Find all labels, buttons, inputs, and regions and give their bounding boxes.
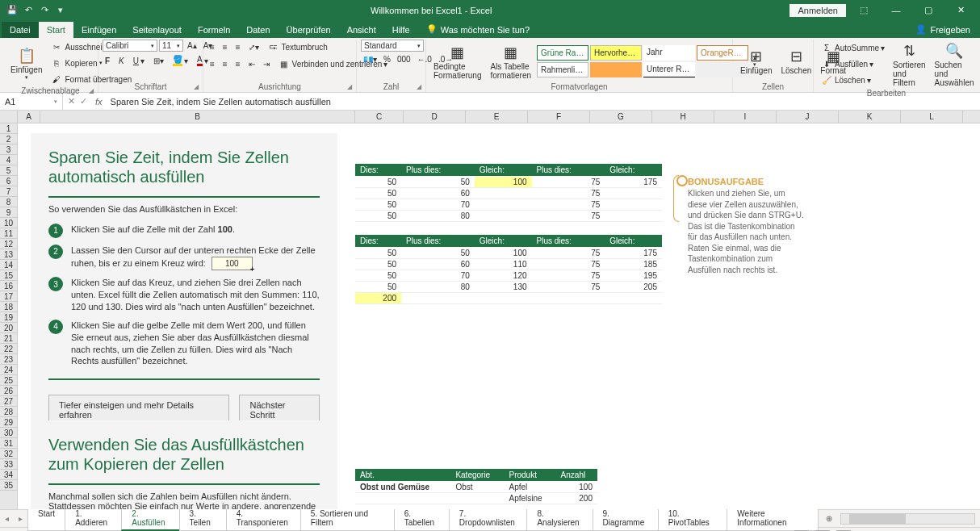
sheet-tab[interactable]: 4. Transponieren xyxy=(226,507,301,531)
signin-button[interactable]: Anmelden xyxy=(789,4,846,17)
insert-cells-button[interactable]: ⊞Einfügen xyxy=(737,45,775,77)
sheet-tab[interactable]: Start xyxy=(27,507,65,531)
row-header[interactable]: 23 xyxy=(0,354,17,365)
row-header[interactable]: 7 xyxy=(0,186,17,197)
tab-start[interactable]: Start xyxy=(39,22,73,38)
row-header[interactable]: 29 xyxy=(0,417,17,428)
row-header[interactable]: 26 xyxy=(0,386,17,396)
cancel-formula-icon[interactable]: ✕ xyxy=(68,96,75,107)
sheet-tab[interactable]: 8. Analysieren xyxy=(526,507,593,531)
tab-help[interactable]: Hilfe xyxy=(384,22,418,38)
scroll-left-icon[interactable]: ◂ xyxy=(0,514,14,523)
border-button[interactable]: ⊞▾ xyxy=(151,54,166,67)
row-header[interactable]: 22 xyxy=(0,344,17,354)
row-header[interactable]: 28 xyxy=(0,407,17,417)
maximize-icon[interactable]: ▢ xyxy=(914,0,943,20)
row-header[interactable]: 18 xyxy=(0,302,17,312)
align-top-button[interactable]: ≡ xyxy=(207,42,217,52)
cell-style[interactable]: Rahmenlinie... xyxy=(537,62,588,77)
percent-button[interactable]: % xyxy=(381,54,393,65)
wrap-text-button[interactable]: ⮓Textumbruch xyxy=(265,40,330,54)
align-center-button[interactable]: ≡ xyxy=(220,59,230,69)
row-header[interactable]: 33 xyxy=(0,459,17,470)
horizontal-scrollbar[interactable] xyxy=(840,513,975,525)
row-header[interactable]: 4 xyxy=(0,155,17,165)
row-header[interactable]: 13 xyxy=(0,249,17,260)
fill-button[interactable]: ⬇Ausfüllen▾ xyxy=(818,57,887,72)
row-header[interactable]: 19 xyxy=(0,312,17,323)
row-header[interactable]: 11 xyxy=(0,228,17,239)
save-icon[interactable]: 💾 xyxy=(6,5,18,16)
redo-icon[interactable]: ↷ xyxy=(39,5,50,16)
enter-formula-icon[interactable]: ✓ xyxy=(80,96,87,107)
row-header[interactable]: 6 xyxy=(0,176,17,186)
underline-button[interactable]: U▾ xyxy=(131,54,147,67)
undo-icon[interactable]: ↶ xyxy=(23,5,34,16)
align-dlg-icon[interactable]: ◢ xyxy=(347,83,352,90)
row-header[interactable]: 35 xyxy=(0,480,17,491)
fill-color-button[interactable]: 🪣▾ xyxy=(170,54,191,67)
align-left-button[interactable]: ≡ xyxy=(207,59,217,69)
row-header[interactable]: 1 xyxy=(0,123,17,134)
data-table-1[interactable]: Dies:Plus dies:Gleich:Plus dies:Gleich:5… xyxy=(355,164,662,222)
paste-button[interactable]: 📋Einfügen▾ xyxy=(7,44,45,82)
sheet-tab[interactable]: 10. PivotTables xyxy=(658,507,728,531)
sheet-tab[interactable]: 2. Ausfüllen xyxy=(121,507,179,531)
indent-inc-button[interactable]: ⇥ xyxy=(261,59,272,69)
row-header[interactable]: 2 xyxy=(0,134,17,144)
number-dlg-icon[interactable]: ◢ xyxy=(417,83,421,90)
row-header[interactable]: 24 xyxy=(0,365,17,375)
row-header[interactable]: 31 xyxy=(0,438,17,449)
row-header[interactable]: 14 xyxy=(0,260,17,270)
row-header[interactable]: 10 xyxy=(0,218,17,228)
cell-style[interactable]: Hervorheben xyxy=(590,45,642,61)
row-header[interactable]: 17 xyxy=(0,291,17,302)
sheet-tab[interactable]: Weitere Informationen xyxy=(727,507,819,531)
tab-data[interactable]: Daten xyxy=(238,22,278,38)
row-header[interactable]: 27 xyxy=(0,396,17,407)
row-header[interactable]: 3 xyxy=(0,144,17,155)
tab-file[interactable]: Datei xyxy=(2,22,39,38)
minimize-icon[interactable]: — xyxy=(882,0,911,20)
sheet-tab[interactable]: 9. Diagramme xyxy=(593,507,659,531)
data-table-2[interactable]: Dies:Plus dies:Gleich:Plus dies:Gleich:5… xyxy=(355,235,662,304)
col-header[interactable]: E xyxy=(466,111,528,123)
cell-style[interactable]: Unterer Rand xyxy=(643,62,695,77)
cond-format-button[interactable]: ▦Bedingte Formatierung xyxy=(430,41,484,82)
sheet-tab[interactable]: 1. Addieren xyxy=(65,507,122,531)
col-header[interactable]: I xyxy=(714,111,777,123)
align-right-button[interactable]: ≡ xyxy=(233,59,243,69)
tab-formulas[interactable]: Formeln xyxy=(190,22,238,38)
col-header[interactable]: H xyxy=(652,111,714,123)
row-header[interactable]: 21 xyxy=(0,333,17,344)
data-table-3[interactable]: Abt.KategorieProduktAnzahlObst und Gemüs… xyxy=(355,469,597,504)
col-header[interactable]: B xyxy=(40,111,355,123)
align-bottom-button[interactable]: ≡ xyxy=(233,42,243,52)
font-size-select[interactable]: 11▾ xyxy=(159,40,183,52)
row-header[interactable]: 25 xyxy=(0,375,17,386)
orientation-button[interactable]: ⤢▾ xyxy=(246,42,262,52)
scroll-right-icon[interactable]: ▸ xyxy=(14,514,27,523)
number-format-select[interactable]: Standard▾ xyxy=(361,40,424,52)
italic-button[interactable]: K xyxy=(116,54,127,67)
bold-button[interactable]: F xyxy=(103,54,112,67)
new-sheet-button[interactable]: ⊕ xyxy=(818,514,840,523)
share-button[interactable]: 👤Freigeben xyxy=(907,21,978,38)
ribbon-options-icon[interactable]: ⬚ xyxy=(849,0,878,20)
col-header[interactable]: A xyxy=(18,111,40,123)
tell-me[interactable]: 💡Was möchten Sie tun? xyxy=(418,21,538,38)
tab-insert[interactable]: Einfügen xyxy=(73,22,124,38)
cell-style[interactable]: Jahr xyxy=(643,45,695,61)
col-header[interactable]: J xyxy=(777,111,839,123)
col-header[interactable]: D xyxy=(404,111,466,123)
col-header[interactable]: C xyxy=(355,111,404,123)
row-header[interactable]: 20 xyxy=(0,323,17,333)
row-header[interactable]: 34 xyxy=(0,470,17,480)
select-all-corner[interactable] xyxy=(0,111,18,123)
col-header[interactable]: L xyxy=(901,111,963,123)
row-header[interactable]: 9 xyxy=(0,207,17,218)
sort-filter-button[interactable]: ⇅Sortieren und Filtern xyxy=(890,40,929,89)
align-middle-button[interactable]: ≡ xyxy=(220,42,230,52)
find-select-button[interactable]: 🔍Suchen und Auswählen xyxy=(932,40,978,89)
clear-button[interactable]: 🧹Löschen▾ xyxy=(818,73,887,88)
